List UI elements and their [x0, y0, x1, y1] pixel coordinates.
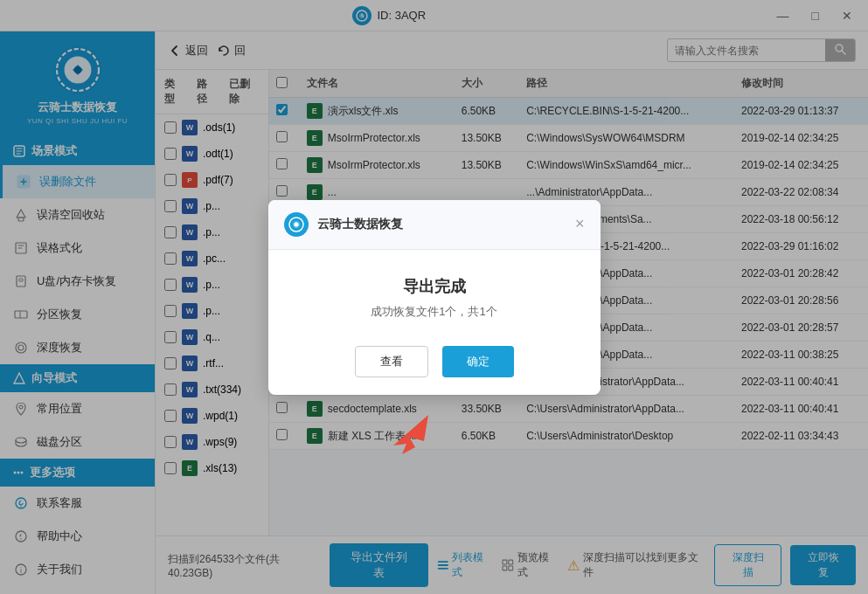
dialog-title-area: 云骑士数据恢复	[284, 212, 403, 237]
dialog-ok-button[interactable]: 确定	[442, 346, 514, 377]
dialog-footer: 查看 确定	[268, 337, 601, 395]
dialog-header: 云骑士数据恢复 ×	[268, 200, 601, 250]
dialog-body: 导出完成 成功恢复文件1个，共1个	[268, 250, 601, 337]
dialog-logo-icon	[284, 212, 309, 237]
dialog-title: 云骑士数据恢复	[317, 217, 403, 232]
dialog-sub-text: 成功恢复文件1个，共1个	[284, 304, 585, 320]
dialog-main-text: 导出完成	[284, 276, 585, 297]
dialog-view-button[interactable]: 查看	[355, 346, 428, 377]
svg-point-35	[294, 222, 298, 226]
arrow-icon	[385, 411, 437, 454]
arrow-indicator	[385, 411, 437, 457]
dialog-close-button[interactable]: ×	[575, 215, 585, 233]
dialog: 云骑士数据恢复 × 导出完成 成功恢复文件1个，共1个 查看 确定	[268, 200, 601, 395]
dialog-overlay: 云骑士数据恢复 × 导出完成 成功恢复文件1个，共1个 查看 确定	[0, 0, 868, 594]
